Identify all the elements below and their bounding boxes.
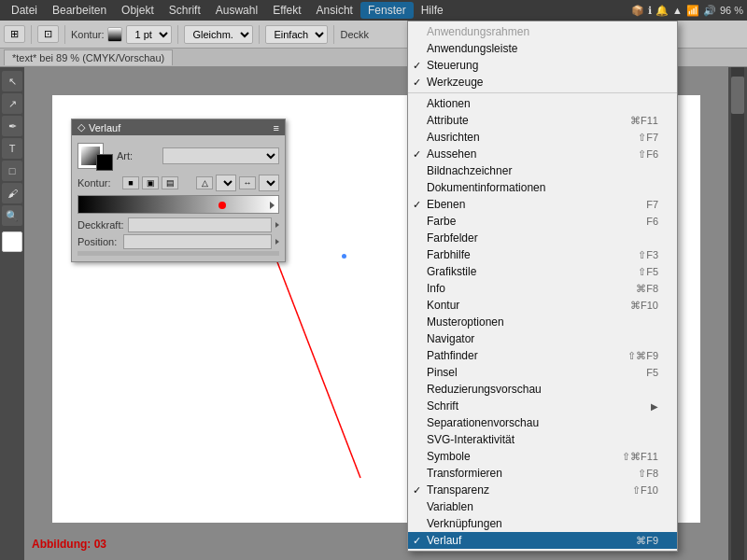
menu-hilfe[interactable]: Hilfe — [414, 2, 451, 19]
menubar: Datei Bearbeiten Objekt Schrift Auswahl … — [0, 0, 747, 21]
menu-item-attribute[interactable]: Attribute⌘F11 — [408, 112, 677, 129]
menu-item-pinsel[interactable]: PinselF5 — [408, 364, 677, 381]
dropbox-icon: 📦 — [631, 5, 644, 17]
menu-item-farbhilfe[interactable]: Farbhilfe⇧F3 — [408, 246, 677, 263]
menu-item-pathfinder[interactable]: Pathfinder⇧⌘F9 — [408, 347, 677, 364]
menu-item-dokumentinformationen[interactable]: Dokumentinformationen — [408, 179, 677, 196]
kontur-btn2[interactable]: ▣ — [142, 176, 159, 189]
verlauf-body: Art: Kontur: ■ ▣ ▤ △ ↔ — [72, 135, 285, 261]
kontur-label: Kontur: — [71, 29, 104, 40]
brush-tool[interactable]: 🖌 — [2, 183, 22, 203]
wifi-bars-icon: 📶 — [686, 5, 699, 17]
bell-icon: 🔔 — [655, 5, 669, 17]
menu-item-ebenen[interactable]: EbenenF7 — [408, 196, 677, 213]
menu-item-verkn-pfungen[interactable]: Verknüpfungen — [408, 515, 677, 532]
menu-item-reduzierungsvorschau[interactable]: Reduzierungsvorschau — [408, 381, 677, 398]
art-row: Art: — [78, 141, 279, 171]
tool-view-btn[interactable]: ⊞ — [4, 25, 25, 43]
sep2 — [64, 25, 65, 44]
menu-item-separationenvorschau[interactable]: Separationenvorschau — [408, 414, 677, 431]
menu-schrift[interactable]: Schrift — [162, 2, 208, 19]
pt-select[interactable]: 1 pt — [126, 25, 172, 44]
menu-item-musteroptionen[interactable]: Musteroptionen — [408, 314, 677, 330]
verlauf-header-left: ◇ Verlauf — [78, 121, 120, 133]
battery-label: 96 % — [720, 5, 743, 16]
menu-item-symbole[interactable]: Symbole⇧⌘F11 — [408, 448, 677, 465]
menu-item-variablen[interactable]: Variablen — [408, 498, 677, 515]
kontur-label: Kontur: — [78, 177, 120, 189]
menu-item-transparenz[interactable]: Transparenz⇧F10 — [408, 482, 677, 498]
position-slider[interactable] — [123, 234, 272, 249]
menu-effekt[interactable]: Effekt — [265, 2, 308, 19]
menu-item-werkzeuge[interactable]: Werkzeuge — [408, 74, 677, 91]
menu-separator — [408, 92, 677, 93]
verlauf-title: Verlauf — [89, 122, 120, 133]
resize-handle[interactable] — [78, 251, 279, 256]
menu-datei[interactable]: Datei — [4, 2, 45, 19]
document-tab[interactable]: *text* bei 89 % (CMYK/Vorschau) — [4, 49, 173, 65]
gleichm-select[interactable]: Gleichm. — [184, 25, 253, 44]
deckk-label: Deckk — [340, 29, 369, 40]
menu-item-schrift[interactable]: Schrift▶ — [408, 398, 677, 414]
pen-tool[interactable]: ✒ — [2, 116, 22, 136]
menu-item-svg-interaktivit-t[interactable]: SVG-Interaktivität — [408, 431, 677, 448]
art-select[interactable] — [162, 147, 279, 164]
gradient-arrow-right — [270, 202, 275, 209]
menu-item-navigator[interactable]: Navigator — [408, 330, 677, 347]
art-label: Art: — [117, 150, 159, 161]
direct-select-tool[interactable]: ↗ — [2, 93, 22, 114]
verlauf-header[interactable]: ◇ Verlauf ≡ — [72, 119, 285, 135]
menu-item-aktionen[interactable]: Aktionen — [408, 95, 677, 112]
gradient-slider[interactable] — [78, 195, 279, 214]
deckkraft-row: Deckkraft: — [78, 217, 279, 232]
wifi-icon: ▲ — [672, 5, 683, 16]
menu-ansicht[interactable]: Ansicht — [309, 2, 360, 19]
select-tool[interactable]: ↖ — [2, 71, 22, 91]
scrollbar-thumb[interactable] — [731, 77, 744, 114]
canvas-dot — [342, 254, 346, 259]
scrollbar-track[interactable] — [731, 67, 744, 560]
angle-btn[interactable]: △ — [196, 176, 213, 189]
tool-arrange-btn[interactable]: ⊡ — [37, 25, 59, 43]
type-tool[interactable]: T — [2, 138, 22, 159]
menu-objekt[interactable]: Objekt — [114, 2, 162, 19]
angle-select[interactable] — [216, 175, 236, 191]
fill-swatch[interactable] — [2, 231, 22, 252]
position-arrow — [275, 239, 279, 245]
menu-item-kontur[interactable]: Kontur⌘F10 — [408, 297, 677, 314]
black-swatch[interactable] — [104, 152, 113, 171]
menu-item-ausrichten[interactable]: Ausrichten⇧F7 — [408, 129, 677, 146]
sep3 — [177, 25, 178, 44]
deckkraft-slider[interactable] — [128, 217, 272, 232]
menu-auswahl[interactable]: Auswahl — [208, 2, 265, 19]
kontur-color-swatch[interactable] — [107, 27, 122, 42]
menu-fenster[interactable]: Fenster — [360, 2, 414, 19]
tab-label: *text* bei 89 % (CMYK/Vorschau) — [12, 52, 164, 63]
menu-item-anwendungsleiste[interactable]: Anwendungsleiste — [408, 40, 677, 57]
menu-item-anwendungsrahmen[interactable]: Anwendungsrahmen — [408, 23, 677, 40]
verlauf-collapse-icon: ◇ — [78, 121, 85, 133]
verlauf-menu-icon[interactable]: ≡ — [274, 122, 279, 133]
menu-item-verlauf[interactable]: Verlauf⌘F9 — [408, 532, 677, 549]
kontur-btn3[interactable]: ▤ — [162, 176, 178, 189]
system-tray: 📦 ℹ 🔔 ▲ 📶 🔊 96 % — [631, 5, 743, 17]
menu-item-aussehen[interactable]: Aussehen⇧F6 — [408, 146, 677, 162]
menu-item-steuerung[interactable]: Steuerung — [408, 57, 677, 74]
scale-btn[interactable]: ↔ — [239, 176, 256, 189]
kontur-btn1[interactable]: ■ — [122, 176, 139, 189]
menu-item-farbfelder[interactable]: Farbfelder — [408, 230, 677, 246]
menu-item-transformieren[interactable]: Transformieren⇧F8 — [408, 465, 677, 482]
shape-tool[interactable]: □ — [2, 161, 22, 181]
menu-item-info[interactable]: Info⌘F8 — [408, 280, 677, 297]
menu-item-bildnachzeichner[interactable]: Bildnachzeichner — [408, 162, 677, 179]
menu-bearbeiten[interactable]: Bearbeiten — [45, 2, 114, 19]
left-toolbar: ↖ ↗ ✒ T □ 🖌 🔍 — [0, 67, 24, 560]
menu-item-farbe[interactable]: FarbeF6 — [408, 213, 677, 230]
verlauf-panel: ◇ Verlauf ≡ Art: — [71, 119, 286, 262]
menu-item-grafikstile[interactable]: Grafikstile⇧F5 — [408, 263, 677, 280]
volume-icon: 🔊 — [703, 5, 716, 17]
gradient-handle[interactable] — [218, 202, 226, 209]
scale-select[interactable] — [259, 175, 279, 191]
einfach-select[interactable]: Einfach — [265, 25, 328, 44]
zoom-tool[interactable]: 🔍 — [2, 205, 22, 226]
